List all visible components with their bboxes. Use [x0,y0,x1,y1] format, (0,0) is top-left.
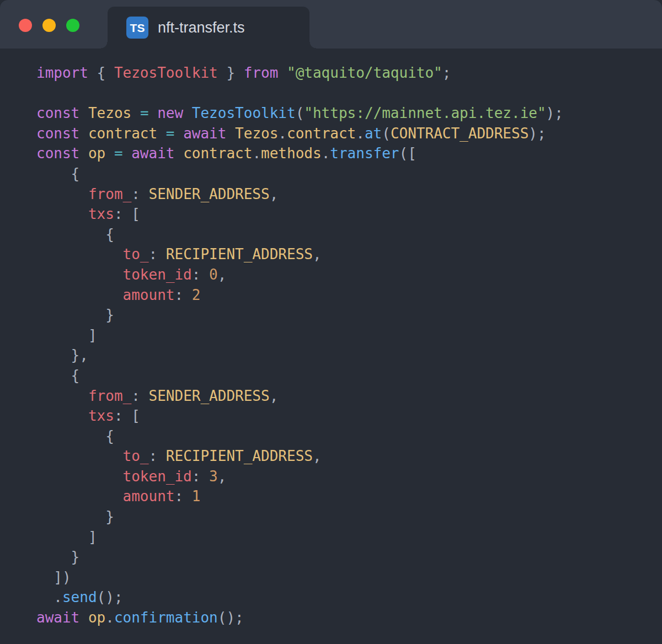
token-punct [79,145,88,162]
code-line: const Tezos = new TezosToolkit("https://… [36,103,651,124]
code-line: { [36,224,651,245]
traffic-lights [19,19,79,32]
token-entity: TezosToolkit [114,65,218,81]
typescript-icon: TS [126,17,148,39]
token-identifier: CONTRACT_ADDRESS [391,125,528,142]
token-identifier: Tezos [88,105,131,121]
token-punct [123,145,132,162]
token-string: "@taquito/taquito" [287,65,442,81]
token-identifier: RECIPIENT_ADDRESS [166,246,313,262]
token-punct: : [174,488,191,505]
token-function: TezosToolkit [192,105,296,121]
code-line: amount: 1 [36,486,651,507]
code-line: token_id: 0, [36,265,651,285]
token-identifier: op [88,609,105,626]
token-punct: . [356,125,365,142]
code-line: to_: RECIPIENT_ADDRESS, [36,446,651,466]
code-line: import { TezosToolkit } from "@taquito/t… [36,63,651,83]
token-punct: , [270,186,279,202]
token-punct: { [36,367,79,384]
code-line: }, [36,345,651,366]
token-punct: ]) [36,569,71,586]
token-punct [36,407,88,424]
token-punct [79,125,88,142]
code-line: } [36,507,651,527]
token-entity: token_id [123,468,192,485]
token-punct: . [278,125,287,142]
token-punct [36,448,123,464]
token-punct [36,186,88,202]
token-punct [36,246,123,262]
token-identifier: SENDER_ADDRESS [149,186,270,202]
token-operator: = [140,105,149,121]
code-line: amount: 2 [36,285,651,305]
code-window: TS nft-transfer.ts import { TezosToolkit… [0,0,662,644]
token-keyword: await [36,609,79,626]
code-line: { [36,366,651,386]
token-punct: . [252,145,261,162]
code-line: from_: SENDER_ADDRESS, [36,386,651,406]
token-punct: . [36,589,62,605]
token-punct [36,287,123,303]
token-punct: , [313,448,322,464]
token-keyword: await [183,125,226,142]
token-identifier: contract [287,125,356,142]
minimize-button[interactable] [42,19,56,32]
token-number: 3 [209,468,218,485]
token-operator: = [166,125,175,142]
token-punct [36,388,88,404]
token-punct: { [36,165,79,182]
token-punct [79,609,88,626]
code-line: { [36,426,651,447]
token-entity: from_ [88,186,131,202]
token-number: 2 [192,287,201,303]
code-line: ] [36,325,651,346]
code-line: { [36,164,651,184]
token-punct: } [218,65,244,81]
token-entity: amount [123,287,175,303]
token-punct: , [270,388,279,404]
token-function: transfer [330,145,399,162]
token-entity: txs [88,407,114,424]
token-entity: token_id [123,266,192,283]
token-punct: } [36,549,79,565]
code-line: ] [36,527,651,548]
code-line: const contract = await Tezos.contract.at… [36,124,651,144]
code-line: to_: RECIPIENT_ADDRESS, [36,244,651,265]
titlebar: TS nft-transfer.ts [0,0,662,49]
token-identifier: op [88,145,105,162]
token-identifier: methods [261,145,322,162]
token-keyword: const [36,105,79,121]
close-button[interactable] [19,19,32,32]
token-identifier: contract [88,125,157,142]
token-function: at [365,125,382,142]
token-function: send [62,589,97,605]
tab-nft-transfer[interactable]: TS nft-transfer.ts [108,7,309,49]
token-string: "https://mainnet.api.tez.ie" [304,105,546,121]
token-punct: { [88,65,114,81]
token-punct: : [131,186,148,202]
token-keyword: const [36,145,79,162]
tab-notch-right [309,42,316,49]
token-number: 1 [192,488,201,505]
code-line: .send(); [36,587,651,608]
token-punct [174,125,183,142]
token-punct: }, [36,347,88,363]
tab-notch-left [101,42,108,49]
code-editor[interactable]: import { TezosToolkit } from "@taquito/t… [0,49,662,628]
token-keyword: from [244,65,279,81]
token-punct [278,65,287,81]
token-number: 0 [209,266,218,283]
code-line: txs: [ [36,406,651,426]
token-identifier: RECIPIENT_ADDRESS [166,448,313,464]
code-line: from_: SENDER_ADDRESS, [36,184,651,205]
token-identifier: contract [183,145,252,162]
token-punct: , [218,468,227,485]
tab-filename: nft-transfer.ts [158,19,245,36]
code-line: ]) [36,567,651,588]
token-punct: ( [382,125,391,142]
zoom-button[interactable] [66,19,79,32]
token-entity: to_ [123,448,149,464]
token-punct: : [ [114,206,140,222]
token-punct: . [105,609,114,626]
